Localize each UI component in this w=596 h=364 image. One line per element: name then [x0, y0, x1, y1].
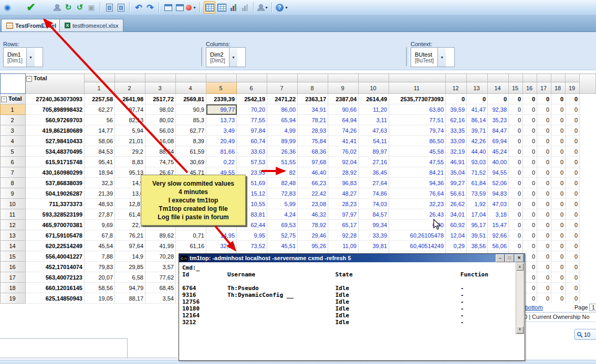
grid-cell[interactable]: 0: [537, 94, 551, 104]
grid-chart-view-icon[interactable]: [216, 2, 227, 13]
grid-cell[interactable]: 0: [551, 125, 566, 136]
columns-dimension-selector[interactable]: Dim2 [Dim2] ▼: [206, 47, 246, 67]
row-header-15[interactable]: 15: [1, 251, 26, 262]
grid-cell[interactable]: 0: [523, 178, 537, 188]
page-input[interactable]: [589, 304, 596, 311]
grid-cell[interactable]: 28,93: [298, 125, 328, 136]
open-view-icon[interactable]: [174, 2, 185, 13]
grid-cell[interactable]: 0: [537, 146, 551, 157]
grid-cell[interactable]: 68,36: [298, 146, 328, 157]
chart-view-icon[interactable]: [228, 2, 238, 13]
grid-cell[interactable]: 0: [551, 136, 566, 146]
grid-cell[interactable]: 74,03: [359, 199, 389, 209]
paste-icon[interactable]: [104, 2, 114, 13]
grid-cell[interactable]: 89,99: [267, 136, 298, 146]
grid-cell[interactable]: 0: [566, 104, 580, 115]
grid-cell[interactable]: 0: [523, 220, 537, 230]
grid-cell[interactable]: 60,40514249: [389, 241, 446, 251]
grid-cell[interactable]: 45,24: [488, 146, 509, 157]
grid-cell[interactable]: 0: [523, 104, 537, 115]
grid-cell[interactable]: 97,68: [298, 157, 328, 167]
console-scrollbar[interactable]: ▲ ▼: [516, 263, 524, 334]
grid-cell[interactable]: 593,328523199: [26, 209, 85, 220]
grid-cell[interactable]: 0: [551, 115, 566, 125]
grid-cell[interactable]: 84,21: [389, 167, 446, 178]
grid-cell[interactable]: 97,97: [328, 209, 359, 220]
grid-cell[interactable]: 8,83: [115, 157, 145, 167]
grid-cell[interactable]: 0: [509, 115, 523, 125]
col-header-11[interactable]: 11: [389, 82, 446, 94]
grid-cell[interactable]: 69,94: [488, 136, 509, 146]
col-header-5[interactable]: 5: [206, 82, 237, 94]
grid-cell[interactable]: 0: [551, 157, 566, 167]
grid-cell[interactable]: 82,13: [115, 115, 145, 125]
chevron-down-icon[interactable]: ▼: [26, 48, 35, 67]
grid-cell[interactable]: 18,94: [85, 167, 115, 178]
grid-cell[interactable]: 33,63: [237, 146, 267, 157]
grid-cell[interactable]: 0,29: [446, 241, 467, 251]
grid-cell[interactable]: 86,00: [267, 104, 298, 115]
row-header-6[interactable]: 6: [1, 157, 26, 167]
grid-cell[interactable]: 32,19: [446, 146, 467, 157]
grid-cell[interactable]: 0: [523, 157, 537, 167]
rows-dimension-selector[interactable]: Dim1 [Dim1] ▼: [3, 47, 43, 67]
grid-cell[interactable]: 0: [551, 178, 566, 188]
grid-cell[interactable]: 69,53: [267, 220, 298, 230]
grid-cell[interactable]: 17,04: [467, 209, 488, 220]
row-header-7[interactable]: 7: [1, 167, 26, 178]
grid-cell[interactable]: 70,20: [237, 104, 267, 115]
grid-cell[interactable]: 0: [523, 167, 537, 178]
grid-cell[interactable]: 2471,22: [267, 94, 298, 104]
col-header-8[interactable]: 8: [298, 82, 328, 94]
grid-cell[interactable]: 0: [523, 94, 537, 104]
grid-cell[interactable]: 45,51: [267, 241, 298, 251]
grid-cell[interactable]: 61,16: [176, 241, 206, 251]
grid-cell[interactable]: 14,9: [115, 251, 145, 262]
row-header-12[interactable]: 12: [1, 220, 26, 230]
grid-cell[interactable]: 44,40: [467, 146, 488, 157]
grid-cell[interactable]: 6,58: [115, 272, 145, 283]
grid-cell[interactable]: 0: [566, 293, 580, 304]
col-header-14[interactable]: 14: [488, 82, 509, 94]
col-header-12[interactable]: 12: [446, 82, 467, 94]
row-header-14[interactable]: 14: [1, 241, 26, 251]
row-header-13[interactable]: 13: [1, 230, 26, 241]
grid-cell[interactable]: 33,39: [359, 230, 389, 241]
connect-icon[interactable]: ◉: [2, 2, 13, 13]
grid-cell[interactable]: 0: [509, 125, 523, 136]
grid-cell[interactable]: 79,74: [389, 125, 446, 136]
grid-cell[interactable]: 66,23: [298, 178, 328, 188]
grid-cell[interactable]: 30,69: [176, 157, 206, 167]
grid-cell[interactable]: 0: [537, 136, 551, 146]
grid-cell[interactable]: 82,48: [267, 178, 298, 188]
col-header-13[interactable]: 13: [467, 82, 488, 94]
grid-cell[interactable]: 0: [566, 220, 580, 230]
grid-cell[interactable]: 3,49: [206, 125, 237, 136]
grid-cell[interactable]: 0: [551, 283, 566, 293]
grid-cell[interactable]: 20,07: [85, 272, 115, 283]
grid-cell[interactable]: 15,47: [488, 220, 509, 230]
grid-cell[interactable]: 77,55: [237, 115, 267, 125]
grid-cell[interactable]: 98,02: [145, 104, 176, 115]
grid-cell[interactable]: 84,53: [85, 146, 115, 157]
grid-cell[interactable]: 556,40041227: [26, 251, 85, 262]
grid-cell[interactable]: 67,8: [85, 230, 115, 241]
grid-cell[interactable]: 2517,72: [145, 94, 176, 104]
grid-cell[interactable]: 0: [523, 115, 537, 125]
columns-drag-handle[interactable]: [201, 47, 205, 66]
grid-cell[interactable]: 0: [488, 94, 509, 104]
grid-cell[interactable]: 41,47: [467, 104, 488, 115]
grid-cell[interactable]: 76,02: [328, 146, 359, 157]
grid-cell[interactable]: 77,51: [389, 115, 446, 125]
grid-cell[interactable]: 3,54: [145, 293, 176, 304]
grid-cell[interactable]: 58,06: [85, 136, 115, 146]
maximize-button[interactable]: □: [505, 254, 514, 262]
undo-icon[interactable]: ↶: [133, 2, 144, 13]
grid-cell[interactable]: 0: [509, 230, 523, 241]
chevron-down-icon[interactable]: ▼: [229, 48, 237, 67]
grid-cell[interactable]: 0,71: [176, 230, 206, 241]
col-header-7[interactable]: 7: [267, 82, 298, 94]
grid-cell[interactable]: 29,85: [115, 262, 145, 272]
grid-cell[interactable]: 2387,04: [328, 94, 359, 104]
grid-cell[interactable]: 56,61: [446, 188, 467, 199]
